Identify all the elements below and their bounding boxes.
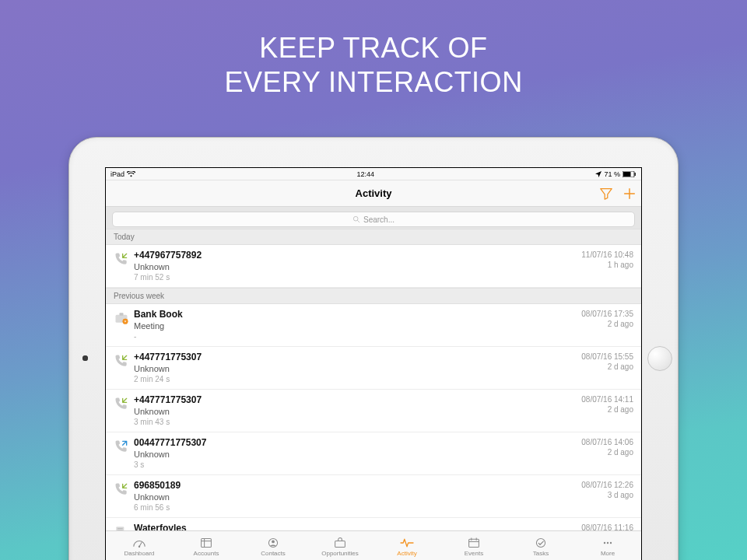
tab-accounts[interactable]: Accounts (173, 531, 240, 560)
call-out-icon (114, 437, 134, 470)
call-in-icon (114, 480, 134, 513)
activity-row[interactable]: +447771775307Unknown2 min 24 s08/07/16 1… (106, 347, 641, 390)
wifi-icon (127, 171, 135, 177)
row-title: 00447771775307 (134, 437, 575, 449)
svg-rect-2 (635, 173, 636, 176)
tab-label: Events (465, 550, 483, 557)
row-meta: 7 min 52 s (134, 272, 575, 282)
svg-point-27 (604, 541, 605, 543)
section-header: Previous week (106, 288, 641, 304)
row-subtitle: Unknown (134, 363, 575, 374)
battery-icon (622, 171, 637, 177)
nav-bar: Activity (106, 180, 641, 207)
tab-label: Contacts (261, 550, 286, 557)
search-icon (352, 215, 360, 223)
status-bar: iPad 12:44 71 % (106, 168, 641, 180)
svg-rect-1 (623, 172, 631, 177)
page-title: Activity (356, 187, 392, 199)
row-meta: - (134, 331, 575, 341)
activity-row[interactable]: WaterfoylesVisit08/07/16 11:163 d ago (106, 518, 641, 530)
tab-activity[interactable]: Activity (374, 531, 440, 560)
row-subtitle: Unknown (134, 406, 575, 417)
tab-more[interactable]: More (574, 531, 641, 560)
tab-bar: DashboardAccountsContactsOpportunitiesAc… (106, 530, 641, 560)
svg-point-28 (607, 541, 608, 543)
call-in-icon (114, 250, 134, 282)
svg-line-4 (357, 220, 359, 222)
activity-row[interactable]: Bank BookMeeting-08/07/16 17:352 d ago (106, 304, 641, 347)
statusbar-time: 12:44 (356, 170, 374, 178)
tab-dashboard[interactable]: Dashboard (106, 531, 173, 560)
row-title: +447967757892 (134, 250, 575, 261)
row-meta: 2 min 24 s (134, 374, 575, 384)
row-relative-time: 2 d ago (581, 447, 633, 457)
row-relative-time: 2 d ago (581, 404, 633, 415)
row-subtitle: Unknown (134, 449, 575, 460)
tab-label: Accounts (194, 550, 219, 557)
row-meta: 3 s (134, 460, 575, 470)
tab-events[interactable]: Events (440, 531, 507, 560)
svg-rect-22 (469, 539, 479, 547)
row-subtitle: Unknown (134, 261, 575, 272)
tab-opportunities[interactable]: Opportunities (307, 531, 374, 560)
add-icon[interactable] (622, 187, 637, 201)
activity-row[interactable]: 696850189Unknown6 min 56 s08/07/16 12:26… (106, 475, 641, 518)
row-subtitle: Meeting (134, 320, 575, 331)
svg-point-3 (353, 216, 358, 221)
tab-label: Dashboard (124, 550, 154, 557)
row-timestamp: 11/07/16 10:48 (581, 250, 633, 260)
row-timestamp: 08/07/16 14:06 (581, 437, 633, 447)
tab-label: Activity (397, 550, 416, 557)
row-timestamp: 08/07/16 14:11 (581, 394, 633, 404)
row-title: +447771775307 (134, 352, 575, 363)
svg-point-26 (536, 538, 545, 547)
filter-icon[interactable] (599, 187, 613, 201)
activity-row[interactable]: 00447771775307Unknown3 s08/07/16 14:062 … (106, 432, 641, 475)
section-header: Today (106, 229, 641, 245)
device-screen: iPad 12:44 71 % Acti (105, 167, 642, 560)
row-relative-time: 2 d ago (581, 319, 633, 329)
svg-point-20 (272, 540, 275, 543)
visit-icon (114, 523, 134, 530)
svg-line-15 (139, 542, 142, 547)
tab-label: Opportunities (321, 550, 359, 557)
headline-line-2: EVERY INTERACTION (224, 66, 522, 98)
search-input[interactable]: Search... (112, 212, 635, 227)
row-title: 696850189 (134, 480, 575, 492)
device-home-button[interactable] (647, 346, 672, 371)
location-icon (595, 171, 601, 177)
row-relative-time: 3 d ago (581, 490, 633, 500)
activity-list[interactable]: Today+447967757892Unknown7 min 52 s11/07… (106, 229, 641, 530)
activity-row[interactable]: +447771775307Unknown3 min 43 s08/07/16 1… (106, 390, 641, 432)
row-meta: 3 min 43 s (134, 417, 575, 427)
tab-label: More (601, 550, 615, 557)
call-in-icon (114, 352, 134, 384)
tab-tasks[interactable]: Tasks (507, 531, 574, 560)
row-relative-time: 2 d ago (581, 362, 633, 372)
tab-contacts[interactable]: Contacts (240, 531, 307, 560)
promo-headline: KEEP TRACK OF EVERY INTERACTION (0, 31, 747, 100)
row-relative-time: 1 h ago (581, 260, 633, 270)
ipad-frame: iPad 12:44 71 % Acti (68, 137, 679, 560)
call-in-icon (114, 394, 134, 427)
activity-row[interactable]: +447967757892Unknown7 min 52 s11/07/16 1… (106, 245, 641, 288)
row-timestamp: 08/07/16 17:35 (581, 309, 633, 319)
row-title: Bank Book (134, 309, 575, 320)
row-timestamp: 08/07/16 12:26 (581, 480, 633, 490)
svg-rect-10 (117, 528, 123, 529)
svg-rect-21 (335, 541, 345, 547)
row-timestamp: 08/07/16 11:16 (581, 523, 633, 530)
svg-rect-6 (120, 313, 124, 315)
svg-point-29 (610, 541, 612, 543)
headline-line-1: KEEP TRACK OF (259, 32, 487, 64)
search-placeholder: Search... (363, 215, 395, 224)
row-title: Waterfoyles (134, 523, 575, 530)
row-meta: 6 min 56 s (134, 502, 575, 513)
statusbar-battery-pct: 71 % (604, 170, 620, 178)
statusbar-carrier: iPad (110, 170, 124, 178)
row-timestamp: 08/07/16 15:55 (581, 352, 633, 362)
device-camera (82, 355, 88, 361)
tab-label: Tasks (533, 550, 549, 557)
row-title: +447771775307 (134, 394, 575, 406)
row-subtitle: Unknown (134, 492, 575, 502)
